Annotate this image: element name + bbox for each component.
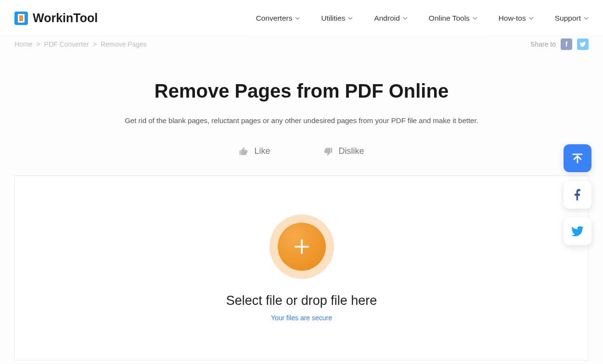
nav-label: How-tos: [499, 14, 526, 23]
thumb-down-icon: [323, 147, 333, 156]
chevron-down-icon: [295, 16, 300, 21]
breadcrumb-pdf-converter[interactable]: PDF Converter: [44, 40, 89, 48]
nav-online-tools[interactable]: Online Tools: [429, 14, 477, 23]
title-area: Remove Pages from PDF Online Get rid of …: [0, 80, 603, 125]
dislike-label: Dislike: [339, 146, 364, 156]
twitter-icon: [579, 41, 586, 48]
nav-label: Support: [555, 14, 581, 23]
like-button[interactable]: Like: [239, 146, 270, 156]
facebook-icon: [571, 188, 584, 201]
nav-how-tos[interactable]: How-tos: [499, 14, 534, 23]
nav-android[interactable]: Android: [374, 14, 407, 23]
breadcrumb-home[interactable]: Home: [14, 40, 32, 48]
chevron-down-icon: [529, 16, 534, 21]
arrow-up-icon: [571, 151, 584, 165]
breadcrumb: Home > PDF Converter > Remove Pages: [14, 40, 147, 48]
dislike-button[interactable]: Dislike: [323, 146, 364, 156]
float-twitter-button[interactable]: [564, 217, 591, 245]
page-subtitle: Get rid of the blank pages, reluctant pa…: [0, 116, 603, 125]
share-twitter-button[interactable]: [577, 38, 589, 50]
scroll-top-button[interactable]: [564, 144, 591, 172]
logo[interactable]: WorkinTool: [14, 11, 98, 25]
chevron-down-icon: [403, 16, 408, 21]
files-secure-link[interactable]: Your files are secure: [15, 314, 588, 322]
nav: Converters Utilities Android Online Tool…: [256, 14, 589, 23]
chevron-down-icon: [584, 16, 589, 21]
float-facebook-button[interactable]: [564, 181, 591, 209]
logo-icon: [14, 12, 28, 25]
page-title: Remove Pages from PDF Online: [0, 80, 603, 102]
drop-title: Select file or drop file here: [15, 293, 588, 308]
floating-actions: [564, 144, 591, 245]
plus-icon: [278, 223, 326, 271]
nav-support[interactable]: Support: [555, 14, 589, 23]
share-facebook-button[interactable]: f: [561, 38, 572, 50]
thumb-up-icon: [239, 147, 248, 156]
nav-label: Utilities: [321, 14, 345, 23]
share-label: Share to: [530, 40, 556, 48]
header: WorkinTool Converters Utilities Android …: [0, 0, 603, 36]
nav-utilities[interactable]: Utilities: [321, 14, 353, 23]
nav-label: Online Tools: [429, 14, 470, 23]
breadcrumb-remove-pages: Remove Pages: [101, 40, 147, 48]
chevron-down-icon: [348, 16, 353, 21]
rating-row: Like Dislike: [0, 146, 603, 156]
breadcrumb-sep: >: [36, 40, 40, 48]
breadcrumb-row: Home > PDF Converter > Remove Pages Shar…: [0, 36, 603, 51]
nav-label: Android: [374, 14, 399, 23]
like-label: Like: [254, 146, 270, 156]
breadcrumb-sep: >: [93, 40, 97, 48]
facebook-icon: f: [565, 40, 568, 48]
twitter-icon: [571, 225, 584, 238]
add-file-button[interactable]: [269, 214, 334, 279]
nav-label: Converters: [256, 14, 293, 23]
file-drop-zone[interactable]: Select file or drop file here Your files…: [14, 176, 589, 361]
share-to: Share to f: [530, 38, 589, 50]
chevron-down-icon: [473, 16, 477, 21]
logo-text: WorkinTool: [33, 11, 98, 25]
nav-converters[interactable]: Converters: [256, 14, 300, 23]
